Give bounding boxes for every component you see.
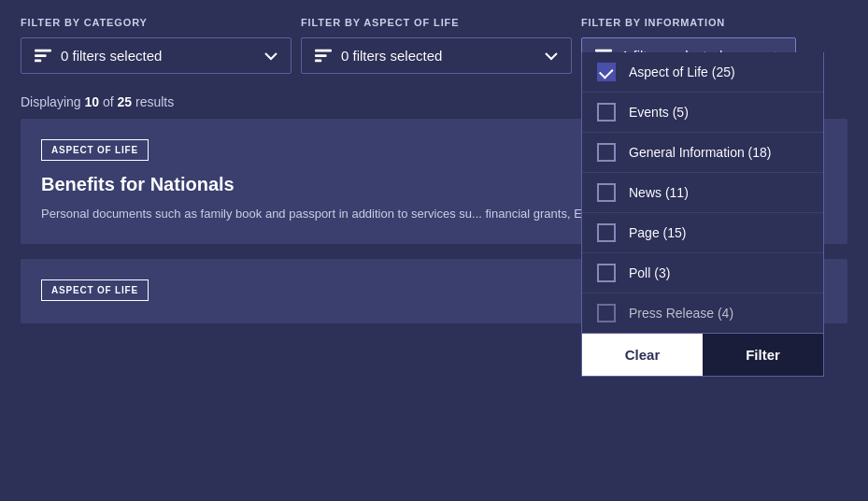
filter-icon-2 [315,49,332,64]
results-label: results [132,94,174,109]
filter-category-dropdown[interactable]: 0 filters selected [21,37,292,74]
chevron-down-icon [264,51,277,61]
dropdown-item-page[interactable]: Page (15) [582,213,823,253]
svg-rect-5 [315,59,321,62]
svg-rect-0 [35,49,51,51]
checkbox-page[interactable] [597,223,616,242]
clear-button[interactable]: Clear [582,334,703,376]
svg-rect-1 [35,54,47,57]
of-label: of [99,94,117,109]
filter-aspect-dropdown[interactable]: 0 filters selected [301,37,572,74]
checkbox-poll[interactable] [597,264,616,282]
filter-info-label: FILTER BY INFORMATION [581,17,796,28]
filter-bar: FILTER BY CATEGORY 0 filters selected [0,0,868,74]
svg-rect-4 [315,54,327,57]
dropdown-label-aspect-of-life: Aspect of Life (25) [629,64,735,80]
dropdown-item-poll[interactable]: Poll (3) [582,253,823,293]
checkbox-press-release[interactable] [597,304,616,322]
dropdown-label-page: Page (15) [629,225,686,241]
filter-aspect-label: FILTER BY ASPECT OF LIFE [301,17,572,28]
chevron-down-icon-2 [545,51,558,61]
filter-group-aspect: FILTER BY ASPECT OF LIFE 0 filters selec… [301,17,572,74]
dropdown-label-general-info: General Information (18) [629,145,772,161]
filter-icon [35,49,51,64]
filter-button[interactable]: Filter [703,334,823,376]
dropdown-options-list: Aspect of Life (25) Events (5) General I… [582,52,823,333]
svg-rect-2 [35,59,41,62]
dropdown-actions: Clear Filter [582,333,823,376]
checkbox-news[interactable] [597,183,616,202]
displaying-label: Displaying [21,94,84,109]
information-dropdown-panel: Aspect of Life (25) Events (5) General I… [581,52,824,377]
card-1-tag: ASPECT OF LIFE [41,139,149,161]
results-total: 25 [118,94,133,109]
dropdown-label-press-release: Press Release (4) [629,306,733,322]
dropdown-label-news: News (11) [629,185,689,201]
page-wrapper: FILTER BY CATEGORY 0 filters selected [0,0,868,501]
svg-rect-3 [315,49,332,51]
filter-group-information: FILTER BY INFORMATION 1 filters selected [581,17,796,74]
card-2-tag: ASPECT OF LIFE [41,279,149,301]
svg-rect-6 [595,49,612,51]
dropdown-item-news[interactable]: News (11) [582,173,823,213]
checkbox-general-info[interactable] [597,143,616,162]
dropdown-item-general-info[interactable]: General Information (18) [582,133,823,173]
results-count: 10 [84,94,99,109]
filter-aspect-text: 0 filters selected [341,48,535,64]
dropdown-item-events[interactable]: Events (5) [582,93,823,133]
filter-category-label: FILTER BY CATEGORY [21,17,292,28]
checkbox-events[interactable] [597,103,616,122]
filter-group-category: FILTER BY CATEGORY 0 filters selected [21,17,292,74]
checkbox-aspect-of-life[interactable] [597,63,616,81]
dropdown-label-events: Events (5) [629,105,689,121]
dropdown-item-press-release[interactable]: Press Release (4) [582,293,823,333]
dropdown-label-poll: Poll (3) [629,265,670,281]
dropdown-item-aspect-of-life[interactable]: Aspect of Life (25) [582,52,823,93]
filter-category-text: 0 filters selected [61,48,255,64]
